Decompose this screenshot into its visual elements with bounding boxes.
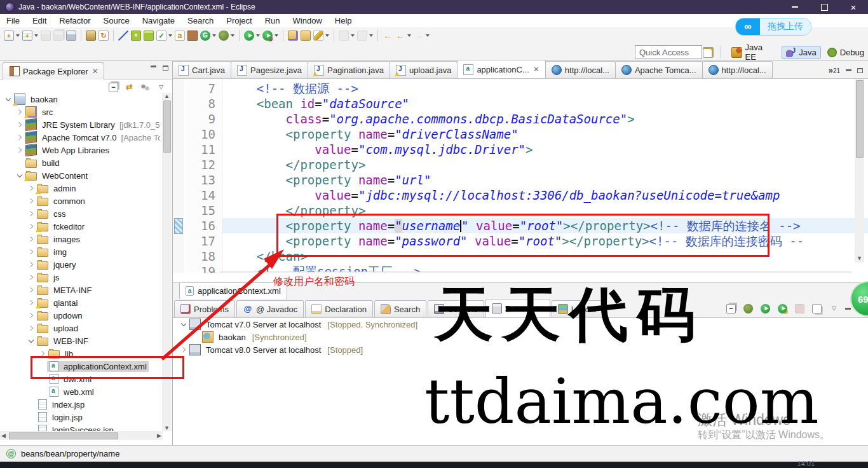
run-junit-dropdown-icon[interactable] bbox=[168, 34, 172, 37]
run-configurations-dropdown-icon[interactable] bbox=[275, 34, 278, 37]
publish-button[interactable] bbox=[812, 302, 822, 315]
chevron-right-icon[interactable] bbox=[179, 345, 188, 354]
tree-item-updown[interactable]: updown bbox=[0, 309, 160, 322]
tab-problems[interactable]: Problems bbox=[174, 300, 235, 317]
next-annotation-dropdown-icon[interactable] bbox=[369, 34, 373, 37]
tree-item-login-jsp[interactable]: login.jsp bbox=[0, 411, 160, 423]
android-device-monitor-button[interactable] bbox=[144, 29, 154, 42]
chevron-right-icon[interactable] bbox=[15, 133, 24, 142]
tab-javadoc[interactable]: @ Javadoc bbox=[236, 300, 304, 317]
tree-item-apache-tomcat-v7-0[interactable]: Apache Tomcat v7.0[Apache Tor bbox=[0, 131, 160, 144]
code-line-10[interactable]: <property name="driverClassName" bbox=[173, 127, 868, 142]
code-line-14[interactable]: value="jdbc:mysql://localhost:3306/db_ba… bbox=[173, 188, 868, 203]
tree-item-webcontent[interactable]: WebContent bbox=[0, 169, 160, 182]
back-button[interactable] bbox=[395, 29, 411, 42]
tree-item-src[interactable]: src bbox=[0, 106, 160, 118]
menu-navigate[interactable]: Navigate bbox=[136, 16, 181, 25]
link-with-editor-button[interactable] bbox=[125, 81, 134, 93]
tree-item-jre-system-library[interactable]: JRE System Library[jdk1.7.0_51] bbox=[0, 118, 160, 131]
new-menu-dropdown-icon[interactable] bbox=[34, 34, 38, 37]
minimize-button[interactable] bbox=[780, 0, 810, 14]
menu-project[interactable]: Project bbox=[220, 16, 258, 25]
chevron-right-icon[interactable] bbox=[27, 196, 36, 205]
start-server-profiling-button[interactable] bbox=[778, 302, 787, 315]
tree-item-admin[interactable]: admin bbox=[0, 182, 160, 195]
mark-occurrences-dropdown-icon[interactable] bbox=[325, 34, 329, 37]
previous-annotation-dropdown-icon[interactable] bbox=[351, 34, 355, 37]
maximize-view-icon[interactable] bbox=[857, 68, 863, 73]
debug-dropdown-icon[interactable] bbox=[231, 34, 234, 37]
code-line-8[interactable]: <bean id="dataSource" bbox=[173, 96, 868, 111]
open-resource-button[interactable] bbox=[301, 29, 311, 42]
menu-help[interactable]: Help bbox=[329, 16, 358, 25]
editor-tab-pagesize-java[interactable]: Pagesize.java bbox=[231, 61, 308, 78]
code-line-9[interactable]: class="org.apache.commons.dbcp.BasicData… bbox=[173, 111, 868, 127]
tree-item-web-inf[interactable]: WEB-INF bbox=[0, 334, 160, 347]
chevron-down-icon[interactable] bbox=[4, 95, 13, 104]
tree-item-upload[interactable]: upload bbox=[0, 322, 160, 334]
menu-window[interactable]: Window bbox=[287, 16, 329, 25]
menu-refactor[interactable]: Refactor bbox=[53, 16, 97, 25]
editor-tab-upload-java[interactable]: upload.java bbox=[390, 61, 458, 78]
perspective-java-ee[interactable]: Java EE bbox=[728, 41, 779, 63]
chevron-right-icon[interactable] bbox=[27, 260, 36, 269]
tree-item-web-app-libraries[interactable]: Web App Libraries bbox=[0, 144, 160, 156]
filters-button[interactable] bbox=[140, 81, 150, 93]
tab-overflow-button[interactable]: »21 bbox=[829, 65, 840, 75]
maximize-view-icon[interactable] bbox=[163, 65, 168, 71]
close-icon[interactable]: ✕ bbox=[92, 67, 98, 76]
code-line-11[interactable]: value="com.mysql.jdbc.Driver"> bbox=[173, 142, 868, 157]
close-icon[interactable]: ✕ bbox=[533, 65, 539, 74]
forward-dropdown-icon[interactable] bbox=[426, 34, 430, 37]
debug-button[interactable] bbox=[219, 29, 234, 42]
run-configurations-button[interactable] bbox=[262, 29, 278, 42]
chevron-right-icon[interactable] bbox=[27, 184, 36, 193]
perspective-java[interactable]: Java bbox=[782, 46, 820, 59]
code-line-12[interactable]: </property> bbox=[173, 157, 868, 172]
tree-item-build[interactable]: build bbox=[0, 156, 160, 169]
minimize-view-icon[interactable] bbox=[151, 65, 156, 67]
mark-occurrences-button[interactable] bbox=[313, 29, 329, 42]
chevron-right-icon[interactable] bbox=[15, 107, 24, 116]
tab-declaration[interactable]: Declaration bbox=[305, 300, 373, 317]
menu-run[interactable]: Run bbox=[259, 16, 287, 25]
chevron-right-icon[interactable] bbox=[15, 146, 24, 155]
start-server-button[interactable] bbox=[761, 302, 770, 315]
tree-horizontal-scrollbar[interactable]: ◀ ▶ bbox=[0, 431, 163, 440]
chevron-down-icon[interactable] bbox=[15, 171, 24, 180]
editor-tab-cart-java[interactable]: Cart.java bbox=[172, 61, 231, 78]
tree-item-fckeditor[interactable]: fckeditor bbox=[0, 220, 160, 233]
run-button[interactable] bbox=[244, 29, 260, 42]
debug-server-button[interactable] bbox=[743, 302, 753, 315]
chevron-right-icon[interactable] bbox=[27, 222, 36, 231]
maximize-button[interactable] bbox=[810, 0, 839, 14]
code-line-7[interactable]: <!-- 数据源 --> bbox=[173, 81, 868, 96]
windows-taskbar[interactable]: 14:01 bbox=[0, 462, 868, 468]
tree-item-img[interactable]: img bbox=[0, 245, 160, 258]
tree-item-baokan[interactable]: baokan bbox=[0, 93, 160, 106]
export-jar-button[interactable] bbox=[86, 29, 96, 42]
chevron-right-icon[interactable] bbox=[15, 120, 24, 129]
tree-item-web-xml[interactable]: web.xml bbox=[0, 385, 160, 398]
new-android-app-button[interactable] bbox=[175, 29, 185, 42]
editor-horizontal-scrollbar[interactable]: ◀ ▶ bbox=[220, 272, 851, 273]
android-sdk-manager-button[interactable] bbox=[131, 29, 141, 42]
open-task-button[interactable] bbox=[288, 29, 298, 42]
tree-vertical-scrollbar[interactable]: ▲ ▼ bbox=[162, 93, 172, 431]
ddms-button[interactable] bbox=[187, 29, 198, 42]
tree-item-meta-inf[interactable]: META-INF bbox=[0, 284, 160, 296]
view-menu-button[interactable] bbox=[156, 81, 166, 93]
back-dropdown-icon[interactable] bbox=[407, 34, 411, 37]
collapse-all-button[interactable] bbox=[726, 302, 736, 315]
code-line-13[interactable]: <property name="url" bbox=[173, 172, 868, 188]
sync-project-dropdown-icon[interactable] bbox=[212, 34, 216, 37]
editor-tab-applicationc[interactable]: applicationC...✕ bbox=[457, 60, 545, 78]
tree-item-qiantai[interactable]: qiantai bbox=[0, 296, 160, 309]
chevron-right-icon[interactable] bbox=[27, 247, 36, 256]
new-button[interactable] bbox=[4, 29, 20, 42]
new-dropdown-icon[interactable] bbox=[16, 34, 20, 37]
editor-tab-apache-tomca[interactable]: Apache Tomca... bbox=[615, 61, 703, 78]
menu-source[interactable]: Source bbox=[97, 16, 136, 25]
tree-item-js[interactable]: js bbox=[0, 271, 160, 284]
view-menu-button[interactable] bbox=[829, 302, 839, 315]
